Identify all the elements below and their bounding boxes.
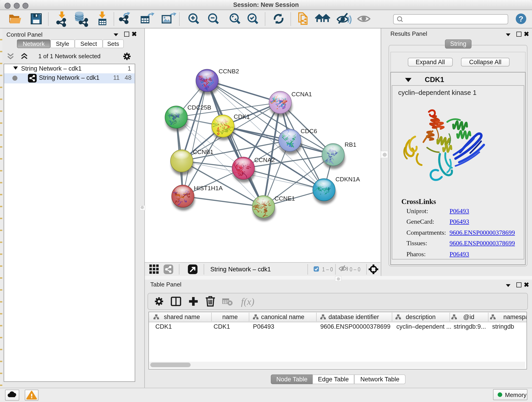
svg-text:CDC25B: CDC25B — [187, 104, 211, 111]
svg-text:?: ? — [519, 14, 524, 23]
svg-text:HIST1H1A: HIST1H1A — [194, 185, 223, 191]
svg-text:1 – 0: 1 – 0 — [322, 266, 333, 273]
svg-text:String Network – cdk1: String Network – cdk1 — [210, 266, 271, 273]
svg-text:CCNB1: CCNB1 — [193, 148, 213, 155]
svg-text:namespace: namespace — [503, 313, 526, 320]
svg-text:canonical name: canonical name — [261, 313, 304, 320]
svg-text:CDKN1A: CDKN1A — [336, 176, 360, 183]
svg-text:name: name — [222, 313, 238, 320]
svg-text:CDC6: CDC6 — [301, 128, 317, 134]
svg-text:@id: @id — [463, 313, 474, 320]
svg-text:CDK1: CDK1 — [234, 113, 250, 120]
svg-text:0 – 0: 0 – 0 — [350, 266, 360, 273]
svg-text:database identifier: database identifier — [329, 313, 379, 320]
svg-text:CCNA1: CCNA1 — [291, 91, 312, 98]
svg-text:CCNB2: CCNB2 — [219, 68, 239, 75]
svg-text:f(x): f(x) — [241, 296, 254, 307]
svg-text:CCNE1: CCNE1 — [274, 195, 295, 202]
svg-text:shared name: shared name — [164, 313, 200, 320]
svg-text:description: description — [406, 313, 436, 320]
svg-text:RB1: RB1 — [345, 141, 356, 148]
svg-text:CCNA2: CCNA2 — [254, 157, 275, 163]
